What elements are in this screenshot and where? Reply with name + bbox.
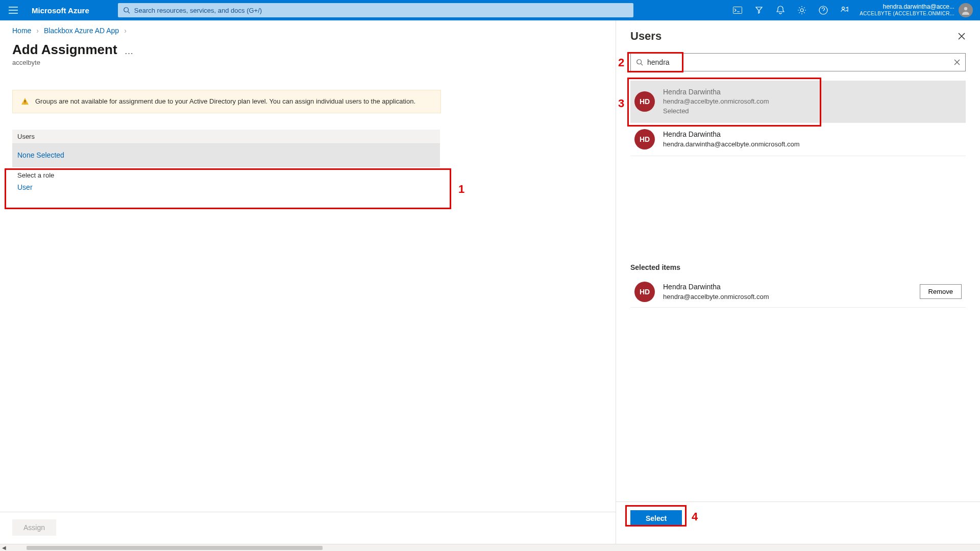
breadcrumb-app[interactable]: Blackbox Azure AD App	[44, 27, 119, 35]
warning-icon	[21, 97, 29, 107]
account-email: hendra.darwintha@acce...	[860, 4, 954, 11]
left-pane: Home › Blackbox Azure AD App › Add Assig…	[0, 20, 616, 551]
flyout-title: Users	[630, 30, 662, 43]
flyout-search[interactable]	[630, 53, 966, 71]
selected-items-header: Selected items	[630, 263, 966, 271]
annotation-number-3: 3	[618, 97, 624, 110]
directory-filter-icon[interactable]	[748, 0, 770, 20]
warning-text: Groups are not available for assignment …	[35, 96, 415, 107]
page-subtitle: accelbyte	[12, 59, 603, 66]
search-icon	[636, 59, 643, 66]
left-bottom-bar: Assign	[0, 512, 616, 543]
brand-label[interactable]: Microsoft Azure	[23, 6, 97, 15]
annotation-number-2: 2	[618, 56, 624, 69]
help-icon[interactable]	[813, 0, 834, 20]
user-result-row[interactable]: HD Hendra Darwintha hendra.darwintha@acc…	[630, 123, 966, 156]
flyout-search-input[interactable]	[647, 58, 954, 66]
role-selector-value[interactable]: User	[12, 180, 440, 194]
global-search[interactable]	[118, 3, 633, 17]
user-result-name: Hendra Darwintha	[663, 129, 800, 139]
scrollbar-thumb[interactable]	[27, 546, 323, 550]
avatar: HD	[634, 129, 655, 149]
assign-button: Assign	[12, 519, 56, 536]
svg-point-2	[800, 9, 803, 12]
top-bar: Microsoft Azure hendra.darwintha@acce...	[0, 0, 980, 20]
svg-point-0	[124, 8, 129, 12]
avatar: HD	[634, 282, 655, 302]
selected-item-email: hendra@accelbyte.onmicrosoft.com	[663, 292, 769, 302]
avatar	[959, 3, 973, 17]
annotation-number-4: 4	[692, 510, 698, 523]
avatar: HD	[634, 91, 655, 112]
scroll-left-icon[interactable]: ◀	[2, 545, 6, 550]
chevron-right-icon: ›	[36, 27, 39, 35]
feedback-icon[interactable]	[834, 0, 855, 20]
settings-icon[interactable]	[791, 0, 813, 20]
svg-point-6	[637, 60, 642, 64]
clear-icon[interactable]	[954, 59, 960, 65]
account-tenant: ACCELBYTE (ACCELBYTE.ONMICR...	[860, 11, 954, 17]
close-icon[interactable]	[958, 32, 966, 40]
breadcrumb-home[interactable]: Home	[12, 27, 31, 35]
svg-point-5	[964, 7, 967, 10]
notifications-icon[interactable]	[770, 0, 791, 20]
chevron-right-icon: ›	[124, 27, 127, 35]
account-menu[interactable]: hendra.darwintha@acce... ACCELBYTE (ACCE…	[855, 3, 977, 17]
users-selector-header[interactable]: Users	[12, 130, 440, 144]
remove-button[interactable]: Remove	[920, 284, 962, 299]
user-result-row[interactable]: HD Hendra Darwintha hendra@accelbyte.onm…	[630, 81, 966, 123]
users-flyout: Users 2 HD Hendra Darwi	[616, 20, 980, 551]
breadcrumb: Home › Blackbox Azure AD App ›	[12, 27, 603, 35]
horizontal-scrollbar[interactable]: ◀	[0, 544, 980, 551]
cloud-shell-icon[interactable]	[727, 0, 748, 20]
svg-point-4	[842, 7, 845, 10]
top-icon-strip: hendra.darwintha@acce... ACCELBYTE (ACCE…	[727, 0, 977, 20]
search-icon	[123, 7, 130, 14]
select-button[interactable]: Select	[630, 510, 682, 527]
selected-item-name: Hendra Darwintha	[663, 282, 769, 292]
user-result-email: hendra@accelbyte.onmicrosoft.com	[663, 97, 769, 107]
more-actions-icon[interactable]: …	[125, 43, 134, 57]
global-search-input[interactable]	[134, 7, 628, 14]
role-selector-header: Select a role	[12, 167, 440, 180]
user-result-name: Hendra Darwintha	[663, 87, 769, 97]
page-title: Add Assignment	[12, 42, 117, 58]
warning-banner: Groups are not available for assignment …	[12, 90, 441, 113]
annotation-number-1: 1	[458, 183, 464, 196]
users-selector-value[interactable]: None Selected	[12, 144, 440, 167]
svg-rect-1	[733, 7, 742, 14]
selected-item-row: HD Hendra Darwintha hendra@accelbyte.onm…	[630, 277, 966, 308]
menu-icon[interactable]	[3, 0, 23, 20]
user-result-selected-label: Selected	[663, 107, 769, 116]
user-result-email: hendra.darwintha@accelbyte.onmicrosoft.c…	[663, 140, 800, 149]
